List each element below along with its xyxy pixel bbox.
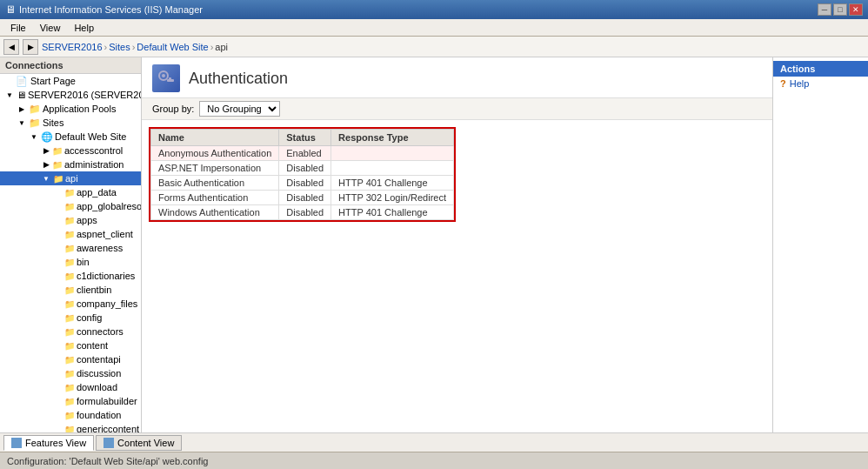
sidebar-item-start-page[interactable]: 📄 Start Page — [0, 74, 141, 88]
sidebar-item-administration[interactable]: ▶ 📁 administration — [0, 157, 141, 171]
foundation-icon: 📁 — [64, 411, 75, 420]
actions-panel: Actions ? Help — [772, 57, 868, 432]
sidebar-item-app-pools[interactable]: ▶ 📁 Application Pools — [0, 102, 141, 116]
fb-icon: 📁 — [64, 397, 75, 406]
sidebar-item-connectors[interactable]: 📁 connectors — [0, 325, 141, 338]
close-button[interactable]: ✕ — [849, 3, 863, 16]
c1dict-label: c1dictionaries — [77, 271, 135, 281]
table-row[interactable]: Anonymous AuthenticationEnabled — [151, 146, 454, 161]
menu-view[interactable]: View — [33, 21, 68, 35]
content-view-icon — [103, 438, 114, 448]
sidebar-item-server[interactable]: ▼ 🖥 SERVER2016 (SERVER2016\Administrator… — [0, 88, 141, 102]
breadcrumb-server[interactable]: SERVER2016 — [42, 42, 103, 52]
content-view-label: Content View — [117, 438, 174, 448]
sidebar-item-contentapi[interactable]: 📁 contentapi — [0, 352, 141, 366]
sidebar-item-company-files[interactable]: 📁 company_files — [0, 297, 141, 311]
sidebar: Connections 📄 Start Page ▼ 🖥 SERVER2016 … — [0, 57, 142, 432]
sidebar-item-c1dict[interactable]: 📁 c1dictionaries — [0, 269, 141, 283]
cell-name: Forms Authentication — [151, 191, 279, 205]
menu-file[interactable]: File — [3, 21, 33, 35]
dws-expand-icon: ▼ — [28, 131, 40, 143]
breadcrumb-default-web-site[interactable]: Default Web Site — [137, 42, 208, 52]
download-icon: 📁 — [64, 383, 75, 392]
api-icon: 📁 — [53, 174, 63, 184]
clientbin-icon: 📁 — [64, 285, 75, 295]
table-row[interactable]: Windows AuthenticationDisabledHTTP 401 C… — [151, 205, 454, 220]
gc-icon: 📁 — [64, 425, 75, 433]
app-pools-icon: 📁 — [29, 104, 41, 115]
sidebar-item-accesscontrol[interactable]: ▶ 📁 accesscontrol — [0, 144, 141, 157]
col-response-type: Response Type — [331, 130, 454, 146]
server-icon: 🖥 — [17, 90, 26, 100]
discussion-icon: 📁 — [64, 369, 75, 379]
table-row[interactable]: ASP.NET ImpersonationDisabled — [151, 161, 454, 176]
contentapi-label: contentapi — [77, 354, 121, 365]
sidebar-item-download[interactable]: 📁 download — [0, 380, 141, 394]
help-label: Help — [790, 78, 810, 89]
sidebar-item-app-data[interactable]: 📁 app_data — [0, 185, 141, 199]
action-help[interactable]: ? Help — [773, 77, 868, 90]
auth-table: Name Status Response Type Anonymous Auth… — [150, 129, 454, 220]
content-label: content — [77, 340, 108, 351]
breadcrumb-api: api — [215, 42, 228, 52]
svg-point-1 — [162, 74, 165, 77]
sites-icon: 📁 — [29, 117, 41, 129]
connectors-icon: 📁 — [64, 327, 75, 337]
sidebar-header: Connections — [0, 57, 141, 74]
adm-icon: 📁 — [52, 160, 63, 170]
sidebar-item-default-web-site[interactable]: ▼ 🌐 Default Web Site — [0, 130, 141, 144]
back-button[interactable]: ◀ — [3, 39, 19, 55]
sidebar-item-formulabuilder[interactable]: 📁 formulabuilder — [0, 394, 141, 408]
minimize-button[interactable]: ─ — [818, 3, 831, 16]
bin-label: bin — [77, 257, 90, 267]
ac-expand: ▶ — [40, 144, 52, 157]
awareness-label: awareness — [77, 243, 123, 253]
sidebar-item-foundation[interactable]: 📁 foundation — [0, 408, 141, 422]
cell-name: ASP.NET Impersonation — [151, 161, 279, 176]
title-bar-left: 🖥 Internet Information Services (IIS) Ma… — [5, 3, 203, 16]
maximize-button[interactable]: □ — [833, 3, 847, 16]
group-by-label: Group by: — [152, 104, 194, 114]
app-data-label: app_data — [77, 187, 117, 198]
table-wrapper: Name Status Response Type Anonymous Auth… — [142, 120, 772, 231]
table-row[interactable]: Forms AuthenticationDisabledHTTP 302 Log… — [151, 191, 454, 205]
ac-icon: 📁 — [52, 146, 63, 156]
sidebar-item-apps[interactable]: 📁 apps — [0, 213, 141, 227]
sidebar-item-genericcontent[interactable]: 📁 genericcontent — [0, 422, 141, 432]
forward-button[interactable]: ▶ — [23, 39, 38, 55]
table-row[interactable]: Basic AuthenticationDisabledHTTP 401 Cha… — [151, 176, 454, 191]
awareness-icon: 📁 — [64, 244, 75, 253]
sidebar-item-app-globalresources[interactable]: 📁 app_globalresources — [0, 199, 141, 213]
tab-features-view[interactable]: Features View — [3, 435, 94, 451]
sites-expand-icon: ▼ — [16, 117, 28, 129]
sidebar-item-api[interactable]: ▼ 📁 api — [0, 171, 141, 185]
config-label: config — [77, 312, 102, 323]
svg-rect-3 — [169, 77, 171, 82]
actions-header: Actions — [773, 61, 868, 77]
sidebar-item-discussion[interactable]: 📁 discussion — [0, 366, 141, 380]
cell-response-type: HTTP 401 Challenge — [331, 176, 454, 191]
sidebar-item-awareness[interactable]: 📁 awareness — [0, 241, 141, 255]
download-label: download — [77, 382, 117, 392]
title-bar: 🖥 Internet Information Services (IIS) Ma… — [0, 0, 868, 19]
breadcrumb: SERVER2016 › Sites › Default Web Site › … — [42, 42, 228, 52]
help-icon: ? — [780, 78, 786, 89]
cell-name: Anonymous Authentication — [151, 146, 279, 161]
breadcrumb-sites[interactable]: Sites — [109, 42, 130, 52]
sidebar-item-config[interactable]: 📁 config — [0, 311, 141, 325]
sidebar-item-bin[interactable]: 📁 bin — [0, 255, 141, 269]
group-by-select[interactable]: No Grouping — [199, 101, 280, 117]
gc-label: genericcontent — [77, 424, 139, 432]
sidebar-item-sites[interactable]: ▼ 📁 Sites — [0, 116, 141, 130]
sidebar-item-content[interactable]: 📁 content — [0, 338, 141, 352]
sidebar-item-clientbin[interactable]: 📁 clientbin — [0, 283, 141, 297]
cell-status: Disabled — [279, 191, 331, 205]
api-expand: ▼ — [40, 172, 52, 184]
sidebar-item-aspnet-client[interactable]: 📁 aspnet_client — [0, 227, 141, 241]
menu-help[interactable]: Help — [67, 21, 101, 35]
tab-content-view[interactable]: Content View — [96, 435, 182, 451]
adm-label: administration — [64, 159, 124, 170]
group-by-bar: Group by: No Grouping — [142, 98, 772, 120]
cell-response-type: HTTP 401 Challenge — [331, 205, 454, 220]
bottom-bar: Features View Content View — [0, 432, 868, 452]
